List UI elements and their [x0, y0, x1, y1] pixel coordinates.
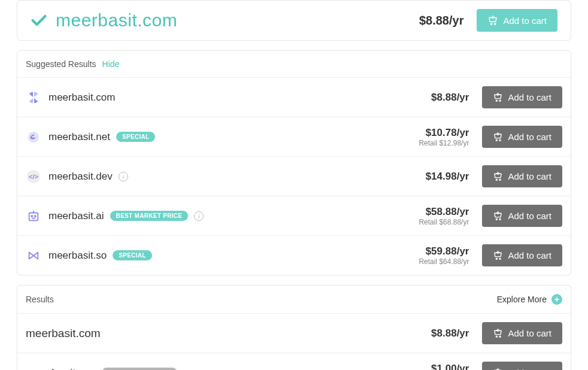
cart-icon: [493, 250, 503, 260]
hero-domain: meerbasit.com: [56, 10, 419, 31]
domain-name: meerbasit.net: [49, 131, 110, 143]
svg-text:</>: </>: [29, 173, 38, 180]
domain-name: meerbasit.xyz: [26, 366, 96, 371]
suggested-row: meerbasit.aiBEST MARKET PRICEi$58.88/yrR…: [17, 196, 571, 235]
info-icon[interactable]: i: [194, 211, 204, 221]
svg-point-32: [496, 336, 498, 337]
hero-price: $8.88/yr: [419, 14, 464, 28]
badge: ONLY $7.99 2.YEARS: [102, 368, 177, 370]
domain-name: meerbasit.so: [49, 250, 107, 262]
add-to-cart-button[interactable]: Add to cart: [482, 165, 562, 187]
code-icon: </>: [26, 169, 41, 184]
add-to-cart-button[interactable]: Add to cart: [482, 244, 562, 266]
suggested-results-title: Suggested Results: [26, 59, 96, 69]
explore-more-label: Explore More: [497, 295, 547, 304]
svg-point-28: [496, 258, 498, 259]
domain-name: meerbasit.com: [26, 327, 101, 340]
price: $8.88/yr: [431, 327, 469, 339]
results-title: Results: [26, 295, 54, 304]
svg-rect-19: [29, 213, 38, 220]
retail-price: Retail $12.98/yr: [419, 139, 469, 147]
swirl-icon: [26, 129, 41, 145]
cart-icon: [493, 368, 503, 370]
add-to-cart-button[interactable]: Add to cart: [482, 205, 562, 227]
add-to-cart-label: Add to cart: [508, 132, 551, 142]
cart-icon: [493, 132, 503, 142]
results-row: meerbasit.com$8.88/yrAdd to cart: [17, 313, 571, 353]
checkmark-icon: [31, 12, 47, 29]
hero-add-to-cart-label: Add to cart: [503, 16, 547, 26]
add-to-cart-label: Add to cart: [508, 92, 551, 102]
bowtie-icon: [26, 248, 41, 263]
svg-point-24: [496, 219, 498, 220]
svg-point-10: [499, 139, 501, 141]
results-card: Results Explore More + meerbasit.com$8.8…: [17, 285, 571, 370]
price: $14.98/yr: [426, 171, 469, 183]
price: $58.88/yr: [419, 206, 469, 218]
svg-point-1: [495, 23, 496, 25]
add-to-cart-label: Add to cart: [508, 368, 551, 370]
svg-point-5: [499, 100, 501, 101]
suggested-results-card: Suggested Results Hide meerbasit.com$8.8…: [17, 50, 571, 275]
price: $10.78/yr: [419, 127, 469, 139]
svg-point-15: [496, 179, 498, 180]
globe-icon: [26, 90, 41, 105]
add-to-cart-label: Add to cart: [508, 250, 551, 260]
add-to-cart-button[interactable]: Add to cart: [482, 126, 562, 148]
add-to-cart-button[interactable]: Add to cart: [482, 322, 562, 344]
svg-point-16: [499, 179, 501, 180]
badge: SPECIAL: [113, 250, 151, 260]
svg-point-4: [496, 100, 498, 101]
add-to-cart-button[interactable]: Add to cart: [482, 362, 562, 370]
hero-card: meerbasit.com $8.88/yr Add to cart: [17, 0, 571, 41]
suggested-row: meerbasit.com$8.88/yrAdd to cart: [17, 77, 571, 117]
results-row: meerbasit.xyzONLY $7.99 2.YEARS$1.00/yrR…: [17, 353, 571, 370]
price-block: $58.88/yrRetail $68.88/yr: [419, 206, 469, 226]
cart-icon: [493, 92, 503, 102]
robot-icon: [26, 208, 41, 224]
suggested-row: meerbasit.soSPECIAL$59.88/yrRetail $64.8…: [17, 235, 571, 275]
cart-icon: [493, 328, 503, 338]
hide-link[interactable]: Hide: [102, 59, 120, 69]
svg-point-9: [496, 139, 498, 141]
price-block: $59.88/yrRetail $64.88/yr: [419, 245, 469, 266]
badge: BEST MARKET PRICE: [110, 211, 189, 221]
price-block: $1.00/yrRetail $10.88/yr: [419, 363, 469, 371]
retail-price: Retail $68.88/yr: [419, 218, 469, 226]
hero-add-to-cart-button[interactable]: Add to cart: [477, 9, 557, 32]
badge: SPECIAL: [116, 132, 155, 142]
svg-point-25: [499, 219, 501, 220]
cart-icon: [487, 15, 498, 26]
price: $8.88/yr: [431, 92, 469, 104]
cart-icon: [493, 171, 503, 181]
price: $59.88/yr: [419, 245, 469, 257]
domain-name: meerbasit.ai: [49, 210, 104, 222]
add-to-cart-label: Add to cart: [508, 171, 551, 181]
explore-more-button[interactable]: Explore More +: [497, 294, 562, 305]
domain-name: meerbasit.dev: [49, 171, 113, 183]
price-block: $8.88/yr: [431, 92, 469, 104]
svg-point-8: [28, 131, 39, 142]
svg-point-0: [491, 23, 492, 25]
price-block: $14.98/yr: [426, 171, 469, 183]
price: $1.00/yr: [419, 363, 469, 371]
cart-icon: [493, 211, 503, 221]
plus-icon: +: [551, 294, 562, 305]
suggested-row: meerbasit.netSPECIAL$10.78/yrRetail $12.…: [17, 117, 571, 156]
svg-point-20: [31, 215, 32, 216]
domain-name: meerbasit.com: [49, 92, 115, 104]
svg-point-21: [35, 215, 36, 216]
svg-point-29: [499, 258, 501, 259]
price-block: $8.88/yr: [431, 327, 469, 339]
add-to-cart-label: Add to cart: [508, 328, 551, 338]
svg-point-33: [499, 336, 501, 337]
price-block: $10.78/yrRetail $12.98/yr: [419, 127, 469, 147]
info-icon[interactable]: i: [119, 172, 128, 181]
add-to-cart-label: Add to cart: [508, 211, 551, 221]
suggested-row: </>meerbasit.devi$14.98/yrAdd to cart: [17, 156, 571, 196]
retail-price: Retail $64.88/yr: [419, 257, 469, 266]
add-to-cart-button[interactable]: Add to cart: [482, 86, 562, 108]
